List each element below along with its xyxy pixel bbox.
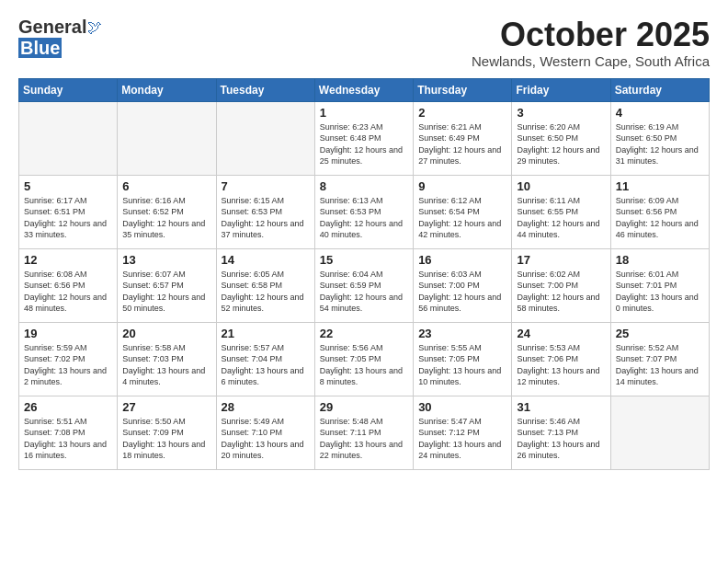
table-row: 18Sunrise: 6:01 AM Sunset: 7:01 PM Dayli… xyxy=(610,248,709,322)
table-row: 4Sunrise: 6:19 AM Sunset: 6:50 PM Daylig… xyxy=(610,101,709,175)
table-row: 13Sunrise: 6:07 AM Sunset: 6:57 PM Dayli… xyxy=(118,248,216,322)
table-row: 24Sunrise: 5:53 AM Sunset: 7:06 PM Dayli… xyxy=(512,322,610,396)
table-row: 5Sunrise: 6:17 AM Sunset: 6:51 PM Daylig… xyxy=(19,175,118,248)
col-tuesday: Tuesday xyxy=(216,78,314,101)
cell-info-text: Sunrise: 5:46 AM Sunset: 7:13 PM Dayligh… xyxy=(517,416,605,462)
cell-info-text: Sunrise: 5:48 AM Sunset: 7:11 PM Dayligh… xyxy=(320,416,408,462)
table-row: 7Sunrise: 6:15 AM Sunset: 6:53 PM Daylig… xyxy=(216,175,314,248)
cell-info-text: Sunrise: 6:09 AM Sunset: 6:56 PM Dayligh… xyxy=(616,195,704,241)
table-row: 29Sunrise: 5:48 AM Sunset: 7:11 PM Dayli… xyxy=(314,396,413,469)
cell-day-number: 11 xyxy=(616,179,704,193)
table-row: 23Sunrise: 5:55 AM Sunset: 7:05 PM Dayli… xyxy=(414,322,512,396)
table-row: 19Sunrise: 5:59 AM Sunset: 7:02 PM Dayli… xyxy=(19,322,118,396)
cell-info-text: Sunrise: 6:13 AM Sunset: 6:53 PM Dayligh… xyxy=(320,195,408,241)
cell-info-text: Sunrise: 6:05 AM Sunset: 6:58 PM Dayligh… xyxy=(222,269,310,315)
table-row: 8Sunrise: 6:13 AM Sunset: 6:53 PM Daylig… xyxy=(314,175,413,248)
cell-info-text: Sunrise: 6:07 AM Sunset: 6:57 PM Dayligh… xyxy=(122,269,210,315)
cell-day-number: 16 xyxy=(418,253,506,267)
cell-day-number: 8 xyxy=(320,179,408,193)
table-row: 25Sunrise: 5:52 AM Sunset: 7:07 PM Dayli… xyxy=(610,322,709,396)
cell-day-number: 13 xyxy=(122,253,210,267)
calendar-table: Sunday Monday Tuesday Wednesday Thursday… xyxy=(18,78,710,470)
cell-info-text: Sunrise: 5:53 AM Sunset: 7:06 PM Dayligh… xyxy=(517,342,605,388)
calendar-week-row: 5Sunrise: 6:17 AM Sunset: 6:51 PM Daylig… xyxy=(19,175,710,248)
cell-day-number: 2 xyxy=(418,106,506,120)
cell-info-text: Sunrise: 5:58 AM Sunset: 7:03 PM Dayligh… xyxy=(122,342,210,388)
cell-info-text: Sunrise: 6:20 AM Sunset: 6:50 PM Dayligh… xyxy=(517,121,605,167)
cell-day-number: 20 xyxy=(122,327,210,340)
cell-day-number: 25 xyxy=(616,327,704,340)
table-row: 17Sunrise: 6:02 AM Sunset: 7:00 PM Dayli… xyxy=(512,248,610,322)
table-row: 11Sunrise: 6:09 AM Sunset: 6:56 PM Dayli… xyxy=(610,175,709,248)
logo-blue-text: Blue xyxy=(18,38,62,58)
cell-day-number: 10 xyxy=(517,179,605,193)
cell-day-number: 29 xyxy=(320,400,408,414)
table-row: 14Sunrise: 6:05 AM Sunset: 6:58 PM Dayli… xyxy=(216,248,314,322)
month-title: October 2025 xyxy=(472,17,710,53)
cell-info-text: Sunrise: 6:12 AM Sunset: 6:54 PM Dayligh… xyxy=(418,195,506,241)
table-row: 3Sunrise: 6:20 AM Sunset: 6:50 PM Daylig… xyxy=(512,101,610,175)
title-block: October 2025 Newlands, Western Cape, Sou… xyxy=(472,17,710,69)
cell-day-number: 26 xyxy=(24,400,112,414)
cell-day-number: 12 xyxy=(24,253,112,267)
cell-day-number: 15 xyxy=(320,253,408,267)
cell-info-text: Sunrise: 6:21 AM Sunset: 6:49 PM Dayligh… xyxy=(418,121,506,167)
table-row xyxy=(216,101,314,175)
calendar-week-row: 26Sunrise: 5:51 AM Sunset: 7:08 PM Dayli… xyxy=(19,396,710,469)
cell-day-number: 23 xyxy=(418,327,506,340)
cell-info-text: Sunrise: 5:56 AM Sunset: 7:05 PM Dayligh… xyxy=(320,342,408,388)
table-row: 22Sunrise: 5:56 AM Sunset: 7:05 PM Dayli… xyxy=(314,322,413,396)
cell-day-number: 9 xyxy=(418,179,506,193)
location-title: Newlands, Western Cape, South Africa xyxy=(472,53,710,69)
cell-day-number: 14 xyxy=(222,253,310,267)
col-thursday: Thursday xyxy=(414,78,512,101)
cell-info-text: Sunrise: 6:08 AM Sunset: 6:56 PM Dayligh… xyxy=(24,269,112,315)
table-row: 12Sunrise: 6:08 AM Sunset: 6:56 PM Dayli… xyxy=(19,248,118,322)
table-row: 10Sunrise: 6:11 AM Sunset: 6:55 PM Dayli… xyxy=(512,175,610,248)
cell-day-number: 31 xyxy=(517,400,605,414)
table-row: 30Sunrise: 5:47 AM Sunset: 7:12 PM Dayli… xyxy=(414,396,512,469)
cell-info-text: Sunrise: 6:23 AM Sunset: 6:48 PM Dayligh… xyxy=(320,121,408,167)
col-friday: Friday xyxy=(512,78,610,101)
cell-day-number: 30 xyxy=(418,400,506,414)
cell-day-number: 17 xyxy=(517,253,605,267)
cell-day-number: 1 xyxy=(320,106,408,120)
table-row xyxy=(19,101,118,175)
col-monday: Monday xyxy=(118,78,216,101)
table-row: 21Sunrise: 5:57 AM Sunset: 7:04 PM Dayli… xyxy=(216,322,314,396)
cell-info-text: Sunrise: 6:17 AM Sunset: 6:51 PM Dayligh… xyxy=(24,195,112,241)
cell-day-number: 18 xyxy=(616,253,704,267)
cell-day-number: 27 xyxy=(122,400,210,414)
cell-day-number: 6 xyxy=(122,179,210,193)
cell-info-text: Sunrise: 6:03 AM Sunset: 7:00 PM Dayligh… xyxy=(418,269,506,315)
col-sunday: Sunday xyxy=(19,78,118,101)
cell-day-number: 21 xyxy=(222,327,310,340)
logo: General 🕊 Blue xyxy=(18,17,102,59)
calendar-week-row: 12Sunrise: 6:08 AM Sunset: 6:56 PM Dayli… xyxy=(19,248,710,322)
cell-info-text: Sunrise: 6:01 AM Sunset: 7:01 PM Dayligh… xyxy=(616,269,704,315)
table-row xyxy=(118,101,216,175)
cell-info-text: Sunrise: 6:16 AM Sunset: 6:52 PM Dayligh… xyxy=(122,195,210,241)
cell-info-text: Sunrise: 6:19 AM Sunset: 6:50 PM Dayligh… xyxy=(616,121,704,167)
col-wednesday: Wednesday xyxy=(314,78,413,101)
calendar-header-row: Sunday Monday Tuesday Wednesday Thursday… xyxy=(19,78,710,101)
cell-info-text: Sunrise: 6:15 AM Sunset: 6:53 PM Dayligh… xyxy=(222,195,310,241)
cell-info-text: Sunrise: 6:02 AM Sunset: 7:00 PM Dayligh… xyxy=(517,269,605,315)
table-row: 2Sunrise: 6:21 AM Sunset: 6:49 PM Daylig… xyxy=(414,101,512,175)
cell-info-text: Sunrise: 5:47 AM Sunset: 7:12 PM Dayligh… xyxy=(418,416,506,462)
logo-general-text: General xyxy=(18,17,86,38)
cell-info-text: Sunrise: 5:55 AM Sunset: 7:05 PM Dayligh… xyxy=(418,342,506,388)
cell-info-text: Sunrise: 5:59 AM Sunset: 7:02 PM Dayligh… xyxy=(24,342,112,388)
cell-day-number: 4 xyxy=(616,106,704,120)
cell-info-text: Sunrise: 5:51 AM Sunset: 7:08 PM Dayligh… xyxy=(24,416,112,462)
cell-day-number: 19 xyxy=(24,327,112,340)
table-row: 6Sunrise: 6:16 AM Sunset: 6:52 PM Daylig… xyxy=(118,175,216,248)
table-row: 31Sunrise: 5:46 AM Sunset: 7:13 PM Dayli… xyxy=(512,396,610,469)
cell-info-text: Sunrise: 5:52 AM Sunset: 7:07 PM Dayligh… xyxy=(616,342,704,388)
table-row: 27Sunrise: 5:50 AM Sunset: 7:09 PM Dayli… xyxy=(118,396,216,469)
table-row: 26Sunrise: 5:51 AM Sunset: 7:08 PM Dayli… xyxy=(19,396,118,469)
table-row: 20Sunrise: 5:58 AM Sunset: 7:03 PM Dayli… xyxy=(118,322,216,396)
cell-day-number: 22 xyxy=(320,327,408,340)
col-saturday: Saturday xyxy=(610,78,709,101)
cell-day-number: 3 xyxy=(517,106,605,120)
